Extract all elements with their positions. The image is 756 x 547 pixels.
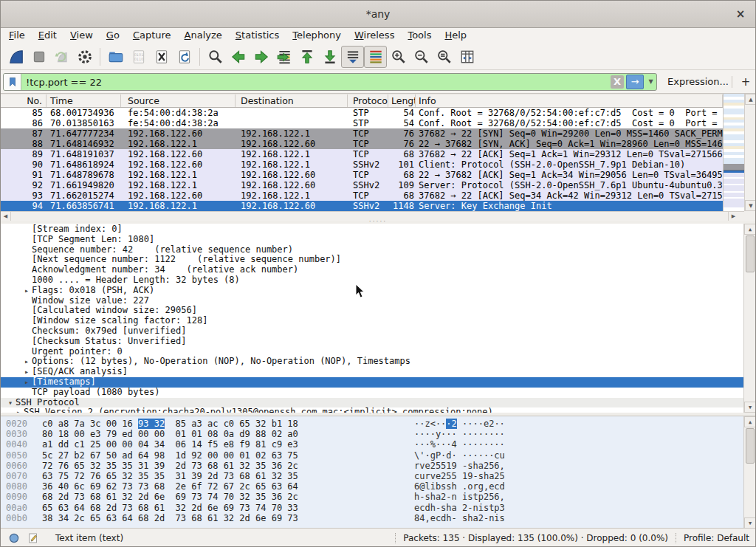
column-header-protocol[interactable]: Protocol	[348, 94, 388, 107]
packet-row-86[interactable]: 8670.013850163fe:54:00:d4:38:2aSTP54Conf…	[1, 118, 723, 128]
detail-row[interactable]: ▸[Timestamps]	[1, 377, 743, 388]
hex-row[interactable]: 007063 75 72 76 65 32 35 35 31 39 2d 73 …	[1, 471, 755, 481]
hex-row[interactable]: 008036 40 6c 69 62 73 73 68 2e 6f 72 67 …	[1, 481, 755, 492]
menu-tools[interactable]: Tools	[401, 28, 438, 44]
close-window-button[interactable]: ×	[733, 7, 748, 21]
filter-apply-icon[interactable]: →	[626, 75, 644, 89]
hex-row[interactable]: 009068 2d 73 68 61 32 2d 6e 69 73 74 70 …	[1, 492, 755, 502]
scroll-up-icon[interactable]: ▲	[744, 224, 755, 235]
zoom-in-button[interactable]	[387, 46, 410, 68]
detail-row[interactable]: ▸Options: (12 bytes), No-Operation (NOP)…	[1, 357, 743, 367]
menu-view[interactable]: View	[63, 28, 100, 44]
hex-row[interactable]: 00b038 34 2c 65 63 64 68 2d 73 68 61 32 …	[1, 513, 755, 523]
column-header-info[interactable]: Info	[416, 94, 723, 107]
close-file-button[interactable]	[150, 46, 173, 68]
menu-file[interactable]: File	[2, 28, 32, 44]
detail-row[interactable]: [Calculated window size: 29056]	[1, 306, 743, 316]
hex-row[interactable]: 00505c 27 b2 67 50 ad 64 98 1d 92 00 00 …	[1, 450, 755, 461]
detail-row[interactable]: Window size value: 227	[1, 296, 743, 306]
save-file-button[interactable]: 01010110	[127, 46, 150, 68]
hex-row[interactable]: 00a065 63 64 68 2d 73 68 61 32 2d 6e 69 …	[1, 503, 755, 513]
auto-scroll-button[interactable]	[341, 46, 364, 68]
reload-file-button[interactable]	[173, 46, 196, 68]
packet-row-90[interactable]: 9071.648618924192.168.122.60192.168.122.…	[1, 159, 723, 170]
menu-statistics[interactable]: Statistics	[229, 28, 286, 44]
menu-go[interactable]: Go	[100, 28, 126, 44]
scroll-down-icon[interactable]: ▼	[744, 402, 755, 413]
zoom-reset-button[interactable]	[433, 46, 456, 68]
capture-options-button[interactable]	[73, 46, 96, 68]
column-header-length[interactable]: Length	[388, 94, 416, 107]
details-vertical-scrollbar[interactable]: ▲ ▼	[743, 224, 755, 413]
menu-analyze[interactable]: Analyze	[178, 28, 229, 44]
menu-wireless[interactable]: Wireless	[348, 28, 401, 44]
filter-history-caret-icon[interactable]: ▼	[645, 75, 656, 89]
packet-list-vertical-scrollbar[interactable]: ▲ ▼	[744, 94, 756, 211]
go-back-button[interactable]	[227, 46, 250, 68]
scroll-up-icon[interactable]: ▲	[745, 94, 756, 105]
find-packet-button[interactable]	[204, 46, 227, 68]
title-bar[interactable]: *any ×	[1, 1, 755, 28]
detail-row[interactable]: [Next sequence number: 1122 (relative se…	[1, 255, 743, 265]
display-filter-input[interactable]: !tcp.port == 22 X → ▼	[3, 73, 657, 91]
filter-text[interactable]: !tcp.port == 22	[21, 77, 611, 88]
capture-comment-icon[interactable]	[27, 532, 39, 544]
hex-row[interactable]: 0020c0 a8 7a 3c 00 16 93 32 85 a3 ac c0 …	[1, 419, 755, 429]
go-first-packet-button[interactable]	[295, 46, 318, 68]
scroll-down-icon[interactable]: ▼	[745, 200, 756, 211]
packet-row-91[interactable]: 9171.648789678192.168.122.1192.168.122.6…	[1, 170, 723, 180]
column-header-destination[interactable]: Destination	[236, 94, 348, 107]
scrollbar-handle[interactable]	[746, 428, 755, 464]
packet-row-92[interactable]: 9271.661949820192.168.122.1192.168.122.6…	[1, 180, 723, 190]
column-header-time[interactable]: Time	[47, 94, 121, 107]
filter-bookmark-icon[interactable]	[4, 74, 21, 90]
start-capture-button[interactable]	[4, 46, 27, 68]
scroll-left-icon[interactable]: ◀	[1, 212, 11, 221]
detail-row[interactable]: ▸[SEQ/ACK analysis]	[1, 367, 743, 377]
detail-row[interactable]: Sequence number: 42 (relative sequence n…	[1, 245, 743, 255]
restart-capture-button[interactable]	[50, 46, 73, 68]
go-forward-button[interactable]	[250, 46, 272, 68]
expand-arrow-icon[interactable]: ▸	[21, 286, 32, 296]
filter-clear-icon[interactable]: X	[611, 75, 624, 89]
detail-row[interactable]: Checksum: 0x79ed [unverified]	[1, 326, 743, 337]
menu-help[interactable]: Help	[438, 28, 473, 44]
menu-telephony[interactable]: Telephony	[286, 28, 348, 44]
detail-row[interactable]: [Checksum Status: Unverified]	[1, 337, 743, 347]
hex-row[interactable]: 0040a1 dd c1 25 00 00 04 34 06 14 f5 e8 …	[1, 439, 755, 450]
packet-list-minimap-scrollbar[interactable]	[723, 94, 744, 211]
detail-row[interactable]: Acknowledgment number: 34 (relative ack …	[1, 265, 743, 275]
expert-info-icon[interactable]	[8, 532, 20, 544]
detail-row[interactable]: TCP payload (1080 bytes)	[1, 388, 743, 398]
column-header-no-[interactable]: No.	[1, 94, 47, 107]
expand-arrow-icon[interactable]: ▸	[13, 407, 24, 413]
open-file-button[interactable]	[104, 46, 127, 68]
menu-capture[interactable]: Capture	[126, 28, 178, 44]
expression-button[interactable]: Expression...	[667, 76, 729, 87]
packet-row-94[interactable]: 9471.663856741192.168.122.1192.168.122.6…	[1, 201, 723, 211]
expand-arrow-icon[interactable]: ▸	[21, 377, 32, 388]
packet-row-85[interactable]: 8568.001734936fe:54:00:d4:38:2aSTP54Conf…	[1, 108, 723, 118]
packet-row-88[interactable]: 8871.648146932192.168.122.1192.168.122.6…	[1, 139, 723, 149]
detail-row[interactable]: [Window size scaling factor: 128]	[1, 316, 743, 326]
detail-row[interactable]: 1000 .... = Header Length: 32 bytes (8)	[1, 275, 743, 286]
packet-row-89[interactable]: 8971.648191037192.168.122.60192.168.122.…	[1, 149, 723, 159]
scroll-down-icon[interactable]: ▼	[744, 517, 755, 528]
packet-row-93[interactable]: 9371.662015274192.168.122.60192.168.122.…	[1, 190, 723, 201]
scroll-right-icon[interactable]: ▶	[728, 212, 738, 221]
detail-row[interactable]: ▸Flags: 0x018 (PSH, ACK)	[1, 286, 743, 296]
go-to-packet-button[interactable]	[272, 46, 295, 68]
detail-row[interactable]: Urgent pointer: 0	[1, 347, 743, 357]
profile-status[interactable]: Profile: Default	[684, 533, 749, 543]
column-header-source[interactable]: Source	[121, 94, 236, 107]
detail-row[interactable]: ▾SSH Protocol	[1, 398, 743, 408]
hex-row[interactable]: 006072 76 65 32 35 35 31 39 2d 73 68 61 …	[1, 461, 755, 471]
go-last-packet-button[interactable]	[318, 46, 341, 68]
add-filter-button[interactable]: +	[738, 73, 753, 91]
resize-columns-button[interactable]	[456, 46, 478, 68]
stop-capture-button[interactable]	[27, 46, 50, 68]
packet-row-87[interactable]: 8771.647777234192.168.122.60192.168.122.…	[1, 128, 723, 139]
zoom-out-button[interactable]	[410, 46, 433, 68]
hex-row[interactable]: 003080 18 00 e3 79 ed 00 00 01 01 08 0a …	[1, 429, 755, 439]
expand-arrow-icon[interactable]: ▸	[21, 367, 32, 377]
